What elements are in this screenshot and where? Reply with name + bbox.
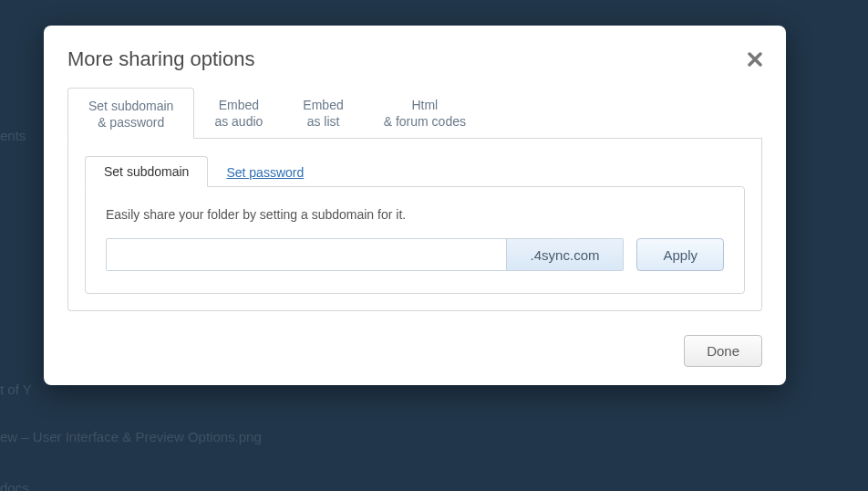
inner-tab-password[interactable]: Set password — [208, 158, 322, 187]
bg-text: ew – User Interface & Preview Options.pn… — [0, 429, 262, 444]
tab-label: as list — [303, 113, 343, 130]
bg-text: t of Y — [0, 381, 32, 397]
tab-subdomain-password[interactable]: Set subdomain & password — [67, 88, 194, 139]
subdomain-row: .4sync.com Apply — [106, 238, 724, 271]
modal-title: More sharing options — [67, 47, 254, 71]
tab-label: Embed — [214, 97, 263, 113]
tab-label: & forum codes — [384, 113, 466, 130]
tab-label: Embed — [303, 97, 343, 113]
tab-embed-list[interactable]: Embed as list — [283, 88, 363, 138]
modal-header: More sharing options — [67, 47, 762, 71]
apply-button[interactable]: Apply — [636, 238, 724, 271]
tab-label: as audio — [214, 113, 263, 130]
tab-embed-audio[interactable]: Embed as audio — [194, 88, 283, 138]
bg-text: ents — [0, 128, 26, 143]
outer-tabs: Set subdomain & password Embed as audio … — [67, 88, 762, 139]
close-icon[interactable] — [748, 52, 762, 67]
tab-label: Set subdomain — [88, 98, 173, 114]
done-button[interactable]: Done — [684, 335, 762, 367]
modal-footer: Done — [67, 335, 762, 367]
tab-label: Html — [384, 97, 466, 113]
domain-suffix: .4sync.com — [506, 239, 624, 270]
inner-tab-label: Set subdomain — [104, 164, 189, 179]
inner-tabs: Set subdomain Set password — [85, 155, 745, 187]
subdomain-panel: Easily share your folder by setting a su… — [85, 186, 745, 294]
subdomain-field-wrap: .4sync.com — [106, 238, 624, 271]
sharing-options-modal: More sharing options Set subdomain & pas… — [44, 26, 786, 385]
inner-tab-subdomain[interactable]: Set subdomain — [85, 156, 208, 187]
outer-content: Set subdomain Set password Easily share … — [67, 139, 762, 311]
panel-description: Easily share your folder by setting a su… — [106, 207, 724, 222]
bg-text: docs — [0, 480, 29, 491]
inner-tab-label: Set password — [226, 165, 304, 180]
tab-html-forum[interactable]: Html & forum codes — [364, 88, 486, 138]
tab-label: & password — [88, 114, 173, 131]
subdomain-input[interactable] — [107, 239, 506, 270]
